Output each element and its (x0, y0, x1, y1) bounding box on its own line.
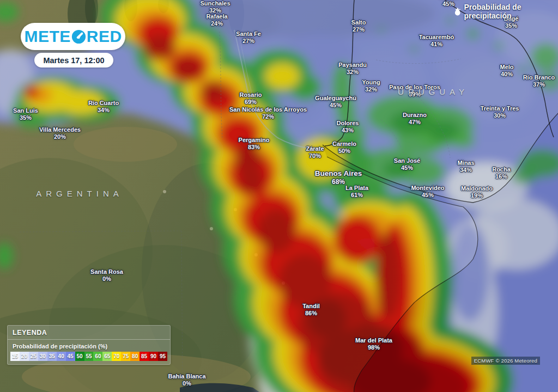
city-name: Maldonado (461, 185, 493, 192)
city-label: Villa Mercedes20% (39, 126, 81, 140)
logo-text-right: RED (87, 27, 122, 46)
city-probability-value: 45% (411, 192, 444, 199)
city-name: Durazno (403, 112, 427, 119)
logo-o-icon (71, 29, 86, 44)
city-name: Rafaela (206, 13, 227, 20)
city-probability-value: 98% (355, 344, 392, 351)
city-probability-value: 20% (39, 133, 81, 140)
city-probability-value: 24% (206, 20, 227, 27)
city-label: Durazno47% (403, 112, 427, 126)
city-probability-value: 43% (337, 127, 359, 134)
city-label: Rosario69% (240, 91, 262, 106)
city-label: Santa Rosa0% (90, 268, 123, 283)
city-name: La Plata (345, 185, 368, 192)
legend-cell: 90 (149, 352, 158, 361)
legend-cell: 15 (10, 352, 20, 361)
city-name: San Luis (13, 107, 38, 114)
city-probability-value: 50% (332, 148, 356, 155)
city-name: Melo (500, 64, 513, 71)
legend-panel: LEYENDA Probabilidad de precipitación (%… (7, 325, 171, 365)
city-label: San Luis35% (13, 107, 38, 121)
city-label: Río Branco37% (523, 74, 555, 88)
city-name: Tandil (302, 303, 320, 310)
city-name: Rosario (240, 91, 262, 99)
city-name: Zárate (306, 145, 324, 152)
city-name: Sunchales (200, 0, 230, 7)
city-probability-value: 30% (481, 112, 519, 119)
city-probability-value: 41% (419, 41, 454, 48)
city-name: Minas (457, 160, 474, 167)
city-name: Río Cuarto (88, 100, 119, 107)
legend-header: LEYENDA (8, 326, 170, 340)
legend-cell: 85 (140, 352, 149, 361)
city-label: Young32% (362, 79, 380, 93)
legend-subtitle: Probabilidad de precipitación (%) (8, 340, 170, 351)
city-name: Montevideo (411, 185, 444, 192)
city-label: Melo40% (500, 64, 513, 78)
city-name: Salto (351, 19, 366, 26)
legend-cell: 20 (20, 352, 29, 361)
city-probability-value: 69% (240, 99, 262, 106)
city-name: Dolores (337, 120, 359, 127)
meteored-wordmark: METE RED (24, 27, 122, 46)
city-label: Salto27% (351, 19, 366, 33)
city-label: Pergamino83% (239, 137, 270, 151)
city-label: Rocha16% (492, 166, 511, 180)
legend-cell: 80 (130, 352, 140, 361)
city-probability-value: 0% (90, 275, 123, 283)
legend-cell: 75 (121, 352, 130, 361)
city-probability-value: 72% (223, 113, 313, 120)
city-label: Carmelo50% (332, 140, 356, 155)
city-name: Carmelo (332, 140, 356, 148)
date-label: Martes 17, 12:00 (43, 56, 104, 65)
city-label: Zárate70% (306, 145, 324, 160)
city-name: Buenos Aires (315, 169, 362, 178)
city-probability-value: 19% (461, 192, 493, 199)
city-probability-value: 37% (523, 81, 555, 88)
city-probability-value: 35% (13, 114, 38, 121)
city-probability-value: 34% (457, 167, 474, 174)
legend-cell: 50 (75, 352, 84, 361)
city-label: San Nicolás de los Arroyos72% (223, 106, 313, 120)
date-pill: Martes 17, 12:00 (34, 53, 113, 68)
map-title: Probabilidad de precipitación (454, 3, 558, 20)
city-probability-value: 70% (306, 152, 324, 160)
city-label: Paysandú32% (338, 62, 367, 76)
country-label: ARGENTINA (36, 189, 123, 198)
city-name: Tacuarembó (419, 34, 454, 41)
city-probability-value: 27% (236, 38, 261, 45)
city-name: Young (362, 79, 380, 86)
legend-cell: 70 (112, 352, 121, 361)
legend-cell: 95 (158, 352, 167, 361)
legend-color-scale: 1520253035404550556065707580859095 (10, 352, 167, 361)
city-probability-value: 27% (351, 26, 366, 33)
city-probability-value: 32% (362, 86, 380, 93)
city-label: Dolores43% (337, 120, 359, 134)
city-probability-value: 35% (504, 22, 519, 29)
city-name: Villa Mercedes (39, 126, 81, 133)
city-name: Paysandú (338, 62, 367, 69)
city-name: Santa Rosa (90, 268, 123, 275)
city-probability-value: 45% (394, 164, 420, 171)
city-label: Maldonado19% (461, 185, 493, 199)
droplet-icon (454, 7, 460, 16)
legend-cell: 25 (29, 352, 38, 361)
city-probability-value: 40% (500, 71, 513, 78)
legend-cell: 55 (84, 352, 94, 361)
city-label: Tandil86% (302, 303, 320, 317)
legend-cell: 30 (38, 352, 47, 361)
country-label: URUGUAY (398, 87, 469, 96)
city-name: San José (394, 157, 420, 164)
attribution: ECMWF © 2026 Meteored (471, 357, 540, 365)
map-title-text: Probabilidad de precipitación (464, 3, 558, 20)
city-label: Rafaela24% (206, 13, 227, 27)
city-label: Bahía Blanca0% (168, 373, 205, 387)
city-label: Montevideo45% (411, 185, 444, 199)
city-label: Treinta y Tres30% (481, 105, 519, 119)
parana-river (234, 30, 316, 150)
city-label: Gualeguaychú45% (315, 95, 356, 109)
city-probability-value: 34% (88, 107, 119, 114)
legend-cell: 65 (102, 352, 112, 361)
city-label: Buenos Aires68% (315, 169, 362, 186)
city-probability-value: 47% (403, 119, 427, 126)
